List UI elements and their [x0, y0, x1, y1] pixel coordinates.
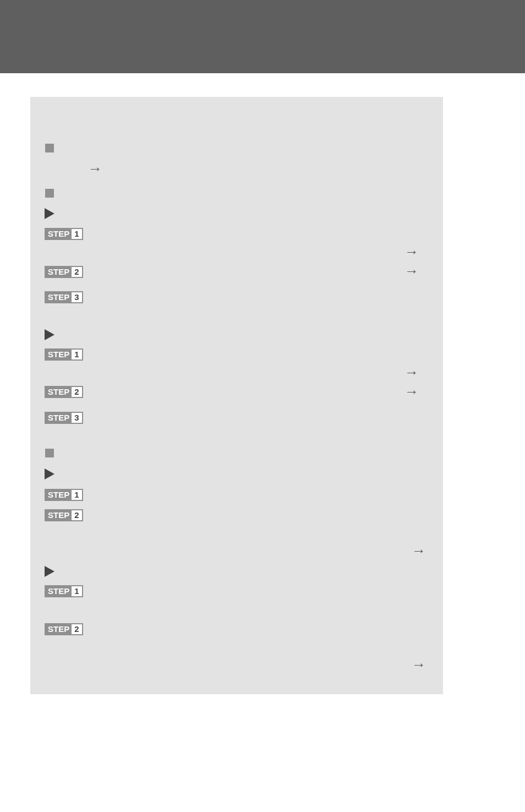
arrow-right-icon: → [404, 244, 419, 259]
step-label: STEP [46, 413, 72, 423]
arrow-right-icon: → [412, 543, 426, 558]
step-label: STEP [46, 350, 72, 359]
step-label: STEP [46, 267, 72, 277]
header-band [0, 0, 525, 73]
step-number: 2 [72, 387, 81, 397]
step-badge: STEP3 [45, 412, 83, 424]
arrow-right-icon: → [404, 365, 419, 379]
step-number: 1 [72, 229, 81, 239]
step-badge: STEP1 [45, 348, 83, 361]
step-badge: STEP2 [45, 623, 83, 635]
step-number: 1 [72, 490, 81, 500]
step-badge: STEP1 [45, 585, 83, 597]
arrow-right-icon: → [404, 264, 419, 278]
square-bullet-icon [45, 449, 54, 457]
step-badge: STEP1 [45, 228, 83, 240]
arrow-right-icon: → [412, 657, 426, 672]
page-body: →STEP1→STEP2→STEP3STEP1→STEP2→STEP3STEP1… [0, 97, 525, 694]
step-number: 3 [72, 413, 81, 423]
step-label: STEP [46, 624, 72, 634]
arrow-right-icon: → [404, 384, 419, 399]
step-badge: STEP2 [45, 386, 83, 398]
content-panel: →STEP1→STEP2→STEP3STEP1→STEP2→STEP3STEP1… [30, 97, 443, 694]
step-badge: STEP1 [45, 489, 83, 501]
step-number: 3 [72, 292, 81, 302]
arrow-right-icon: → [88, 161, 102, 176]
step-label: STEP [46, 229, 72, 239]
step-label: STEP [46, 510, 72, 520]
step-number: 2 [72, 624, 81, 634]
triangle-play-icon [45, 468, 54, 479]
step-label: STEP [46, 490, 72, 500]
step-label: STEP [46, 292, 72, 302]
step-badge: STEP2 [45, 509, 83, 521]
step-number: 2 [72, 267, 81, 277]
square-bullet-icon [45, 144, 54, 152]
step-label: STEP [46, 586, 72, 596]
step-number: 1 [72, 586, 81, 596]
step-number: 2 [72, 510, 81, 520]
triangle-play-icon [45, 208, 54, 219]
step-badge: STEP3 [45, 291, 83, 303]
square-bullet-icon [45, 189, 54, 198]
step-badge: STEP2 [45, 266, 83, 278]
triangle-play-icon [45, 329, 54, 340]
step-label: STEP [46, 387, 72, 397]
step-number: 1 [72, 350, 81, 359]
triangle-play-icon [45, 566, 54, 577]
